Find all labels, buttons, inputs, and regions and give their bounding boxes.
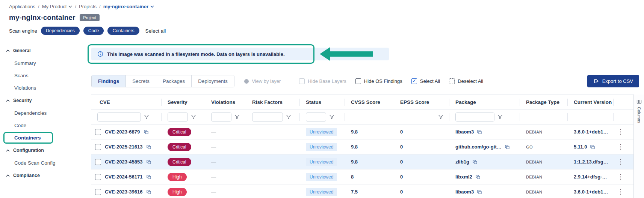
column-header-epss-score[interactable]: EPSS Score [394,95,449,109]
sidebar-item-scans[interactable]: Scans [0,69,82,82]
sidebar-section-compliance[interactable]: Compliance [0,169,82,182]
breadcrumb-my-product[interactable]: My Product [42,4,73,9]
tab-findings[interactable]: Findings [92,75,126,87]
funnel-icon[interactable] [497,114,503,119]
copy-icon[interactable] [146,174,151,180]
column-header-package[interactable]: Package [449,95,520,109]
column-header-cve[interactable]: CVE [91,95,162,109]
deselect-all-checkbox[interactable]: Deselect All [449,78,483,84]
row-checkbox[interactable] [95,159,101,165]
column-header-severity[interactable]: Severity [162,95,205,109]
sidebar: General Summary Scans Violations Securit… [0,41,82,198]
funnel-icon[interactable] [286,114,291,119]
status-badge: Unreviewed [306,188,337,196]
sidebar-item-summary[interactable]: Summary [0,57,82,69]
columns-panel-toggle[interactable]: Columns [633,94,644,198]
filesystem-mode-banner: This image was scanned in a filesystem m… [91,48,389,60]
chevron-down-icon [68,5,72,8]
sidebar-item-code-scan-config[interactable]: Code Scan Config [0,157,82,169]
status-badge: Unreviewed [306,173,337,181]
status-filter-input[interactable] [306,112,326,122]
sidebar-section-configuration[interactable]: Configuration [0,144,82,157]
scan-engine-pill-containers[interactable]: Containers [107,27,139,35]
chevron-up-icon [6,149,10,152]
row-checkbox[interactable] [95,129,101,135]
package-filter-input[interactable] [455,112,494,122]
column-header-current-version[interactable]: Current Version [568,95,614,109]
package-type-value: DEBIAN [526,175,542,179]
checkbox-indeterminate-icon[interactable] [449,78,455,84]
column-header-cvss-score[interactable]: CVSS Score [345,95,394,109]
row-menu-button[interactable]: ⋮ [616,144,625,150]
row-menu-button[interactable]: ⋮ [616,129,625,135]
cve-link[interactable]: CVE-2025-21613 [105,144,142,150]
sidebar-section-general[interactable]: General [0,44,82,57]
sidebar-item-violations[interactable]: Violations [0,82,82,94]
scan-engine-pill-dependencies[interactable]: Dependencies [41,27,80,35]
funnel-icon[interactable] [144,114,149,119]
sidebar-item-code[interactable]: Code [0,119,82,132]
sidebar-item-dependencies[interactable]: Dependencies [0,107,82,119]
table-row: CVE-2023-6879 Critical — Unreviewed 9.8 … [91,124,633,140]
column-header-risk-factors[interactable]: Risk Factors [246,95,300,109]
checkbox-icon[interactable] [355,78,361,84]
page-title: my-nginx-container [9,14,75,22]
tab-secrets[interactable]: Secrets [126,75,156,87]
select-all-checkbox[interactable]: Select All [411,78,440,84]
sidebar-section-security[interactable]: Security [0,94,82,107]
copy-icon[interactable] [146,144,151,150]
tab-deployments[interactable]: Deployments [192,75,234,87]
violations-filter-input[interactable] [211,112,231,122]
funnel-icon[interactable] [438,114,443,119]
copy-icon[interactable] [477,129,482,135]
export-to-csv-button[interactable]: Export to CSV [587,75,639,87]
risk-factors-filter-input[interactable] [252,112,283,122]
cve-link[interactable]: CVE-2023-39616 [105,189,142,195]
column-header-actions [614,95,630,109]
copy-icon[interactable] [475,174,481,180]
cve-link[interactable]: CVE-2023-6879 [105,129,140,135]
breadcrumb-applications[interactable]: Applications [9,4,35,9]
copy-icon[interactable] [144,129,149,135]
sidebar-item-containers[interactable]: Containers [3,132,53,144]
copy-icon[interactable] [477,189,482,195]
banner-text: This image was scanned in a filesystem m… [107,51,285,57]
scan-engine-select-all[interactable]: Select all [145,28,166,34]
row-checkbox[interactable] [95,189,101,195]
row-menu-button[interactable]: ⋮ [616,174,625,180]
package-type-value: DEBIAN [526,190,542,194]
copy-icon[interactable] [146,159,151,165]
breadcrumb-current-project[interactable]: my-nginx-container [103,4,154,9]
row-checkbox[interactable] [95,144,101,150]
column-header-package-type[interactable]: Package Type [520,95,568,109]
scan-engine-row: Scan engine Dependencies Code Containers… [9,27,644,35]
sidebar-section-label: Security [13,98,32,103]
cve-filter-input[interactable] [97,112,141,122]
severity-filter-input[interactable] [168,112,188,122]
cve-link[interactable]: CVE-2023-45853 [105,159,142,165]
scan-engine-pill-code[interactable]: Code [83,27,104,35]
columns-panel-label: Columns [637,107,641,123]
funnel-icon[interactable] [234,114,240,119]
cve-link[interactable]: CVE-2024-56171 [105,174,142,180]
breadcrumb-projects[interactable]: Projects [79,4,97,9]
package-name: github.com/go-git… [455,144,502,150]
copy-icon[interactable] [146,189,151,195]
copy-icon[interactable] [505,144,510,150]
funnel-icon[interactable] [329,114,334,119]
funnel-icon[interactable] [191,114,196,119]
current-version-value: 2.9.14+dfsg-1.3-… [574,174,608,180]
row-menu-button[interactable]: ⋮ [616,189,625,195]
column-header-status[interactable]: Status [300,95,345,109]
table-filter-row [91,110,633,124]
tab-packages[interactable]: Packages [156,75,192,87]
row-menu-button[interactable]: ⋮ [616,159,625,165]
checkbox-checked-icon[interactable] [411,78,417,84]
cvss-score-value: 9.8 [351,159,358,165]
column-header-violations[interactable]: Violations [205,95,246,109]
current-version-value: 3.6.0-1+deb12u1… [574,129,608,135]
row-checkbox[interactable] [95,174,101,180]
hide-os-findings-checkbox[interactable]: Hide OS Findings [355,78,402,84]
copy-icon[interactable] [590,144,595,150]
copy-icon[interactable] [472,159,478,165]
